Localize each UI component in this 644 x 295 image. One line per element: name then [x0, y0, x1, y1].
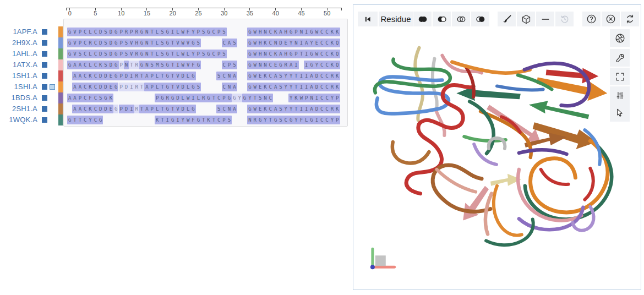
ruler-tick-label: 50 — [320, 10, 334, 17]
row-visibility-square[interactable] — [42, 40, 47, 46]
subtract-view-button[interactable] — [536, 12, 554, 26]
ruler-tick-label: 40 — [269, 10, 283, 17]
sequence-segment[interactable]: N — [124, 61, 129, 69]
sequence-segment[interactable]: GVSCLCDSDGPSVRGNTLSGTLWLYPSGCPS — [67, 50, 227, 58]
sequence-segment[interactable]: P — [119, 61, 124, 69]
sequence-segment[interactable]: GNSMSGTIWVFG — [139, 61, 201, 69]
tools-button[interactable] — [610, 49, 630, 67]
set-button[interactable] — [471, 12, 489, 26]
sequence-segment[interactable]: GTTCYCG — [67, 116, 103, 124]
sequence-segment[interactable]: SCNA — [216, 72, 237, 80]
sequence-segment[interactable]: GWEKCASYYTIIADCCRK — [247, 105, 340, 113]
sequence-segment[interactable]: GY — [232, 94, 242, 102]
sequence-segment[interactable]: NRGYTGSCGYFLGICCYP — [247, 116, 340, 124]
intersect-icon — [455, 13, 467, 25]
row-selected-marker[interactable] — [50, 84, 55, 90]
sequence-segment[interactable]: GVPCLCDSDGPRPRGNTLSGILWFYPSGCPS — [67, 28, 227, 36]
row-label-1ATX.A[interactable]: 1ATX.A — [0, 59, 37, 70]
sequence-segment[interactable]: GVPCRCDSDGPSVHGNTLSGTVWVGS — [67, 39, 201, 47]
row-label-1AHL.A[interactable]: 1AHL.A — [0, 48, 37, 59]
screenshot-icon — [614, 32, 626, 44]
sequence-segment[interactable]: GWHNCKAHGPTIGWCCKQ — [247, 50, 340, 58]
cursor-button[interactable] — [610, 104, 630, 122]
row-visibility-square[interactable] — [42, 106, 47, 112]
sequence-segment[interactable]: SCNA — [216, 105, 237, 113]
structure-canvas[interactable] — [353, 5, 641, 289]
row-label-1WQK.A[interactable]: 1WQK.A — [0, 114, 37, 125]
ruler-tick-label: 45 — [294, 10, 308, 17]
sequence-segment[interactable]: AAPCFCSGK — [67, 94, 113, 102]
sequence-segment[interactable]: GWEKCASYYTIIADCCRK — [247, 83, 340, 91]
sequence-segment[interactable]: TAPLTGTVDLG — [139, 105, 196, 113]
close-button[interactable] — [602, 12, 620, 26]
subtract-button[interactable] — [433, 12, 451, 26]
granularity-button[interactable]: Residue — [379, 12, 413, 26]
first-button[interactable] — [358, 12, 378, 26]
sequence-segment[interactable]: PDIRT — [119, 83, 145, 91]
sequence-segment[interactable]: PGRGDLWILRGTCPG — [155, 94, 232, 102]
sequence-segment[interactable]: AACKCDDEG — [72, 83, 118, 91]
row-color-bar — [58, 81, 63, 92]
subtract-icon — [436, 13, 448, 25]
row-visibility-square[interactable] — [42, 117, 47, 123]
sequence-segment[interactable]: GAACLCKSDG — [67, 61, 119, 69]
sequence-segment[interactable]: CPS — [222, 61, 237, 69]
row-visibility-square[interactable] — [42, 95, 47, 101]
cube-icon — [521, 14, 532, 25]
sequence-segment[interactable]: IGYCCKQ — [304, 61, 340, 69]
ruler-tick-label: 15 — [140, 10, 154, 17]
sequence-segment[interactable]: GWEKCASYYTIIADCCRK — [247, 72, 340, 80]
sequence-alignment-panel: 05101520253035404550 1APF.AGVPCLCDSDGPRP… — [0, 0, 352, 132]
screenshot-button[interactable] — [610, 29, 630, 47]
sequence-segment[interactable]: TR — [129, 61, 139, 69]
brush-icon — [501, 14, 512, 25]
row-color-bar — [58, 114, 63, 125]
row-visibility-square[interactable] — [42, 62, 47, 68]
toolbar-group-panel — [582, 12, 639, 26]
row-label-1SHI.A[interactable]: 1SHI.A — [0, 81, 37, 92]
row-label-1BDS.A[interactable]: 1BDS.A — [0, 92, 37, 103]
components-button[interactable] — [517, 12, 535, 26]
ruler-tick-label: 10 — [114, 10, 128, 17]
sequence-segment[interactable]: PDI — [119, 105, 134, 113]
tools-icon — [614, 52, 626, 64]
sequence-segment[interactable]: CNA — [222, 83, 237, 91]
sequence-segment[interactable]: APLTGTVDLGS — [144, 83, 201, 91]
row-label-1SH1.A[interactable]: 1SH1.A — [0, 70, 37, 81]
row-color-bar — [58, 37, 63, 48]
sequence-segment[interactable]: AACKCDDEGPDIRTAPLTGTVDLG — [72, 72, 195, 80]
intersect-button[interactable] — [452, 12, 470, 26]
sequence-segment[interactable]: R — [134, 105, 139, 113]
sequence-segment[interactable]: GWNNCEGRAI — [247, 61, 299, 69]
sequence-segment[interactable]: YKWPNICCYP — [288, 94, 340, 102]
row-color-bar — [58, 92, 63, 103]
toolbar-group-selection — [413, 12, 489, 26]
refresh-button[interactable] — [621, 12, 639, 26]
row-label-1APF.A[interactable]: 1APF.A — [0, 26, 37, 37]
sequence-segment[interactable]: AACKCDDE — [72, 105, 113, 113]
minus-icon — [540, 14, 551, 25]
row-visibility-square[interactable] — [42, 84, 47, 90]
union-button[interactable] — [413, 12, 432, 26]
row-visibility-square[interactable] — [42, 29, 47, 35]
sequence-segment[interactable]: KTIGIYWFGTKTCPS — [155, 116, 232, 124]
settings-icon — [615, 90, 625, 101]
ruler-tick-label: 25 — [191, 10, 205, 17]
sequence-segment[interactable]: GYTSNC — [242, 94, 273, 102]
settings-button[interactable] — [610, 86, 630, 104]
sequence-segment[interactable]: CAS — [222, 39, 237, 47]
row-visibility-square[interactable] — [42, 51, 47, 57]
sequence-segment[interactable]: GWHNCKAHGPNIGWCCKK — [247, 28, 340, 36]
sequence-segment[interactable]: G — [113, 105, 118, 113]
sequence-segment[interactable]: GWHKCNDEYNIAYECCKQ — [247, 39, 340, 47]
theme-button[interactable] — [498, 12, 516, 26]
row-visibility-square[interactable] — [42, 73, 47, 79]
expand-button[interactable] — [610, 68, 630, 85]
refresh-icon — [624, 13, 636, 25]
help-button[interactable] — [582, 12, 601, 26]
sidebar-group-tools — [610, 49, 630, 104]
expand-icon — [615, 72, 625, 82]
history-button — [555, 12, 574, 26]
row-label-2H9X.A[interactable]: 2H9X.A — [0, 37, 37, 48]
row-label-2SH1.A[interactable]: 2SH1.A — [0, 103, 37, 114]
